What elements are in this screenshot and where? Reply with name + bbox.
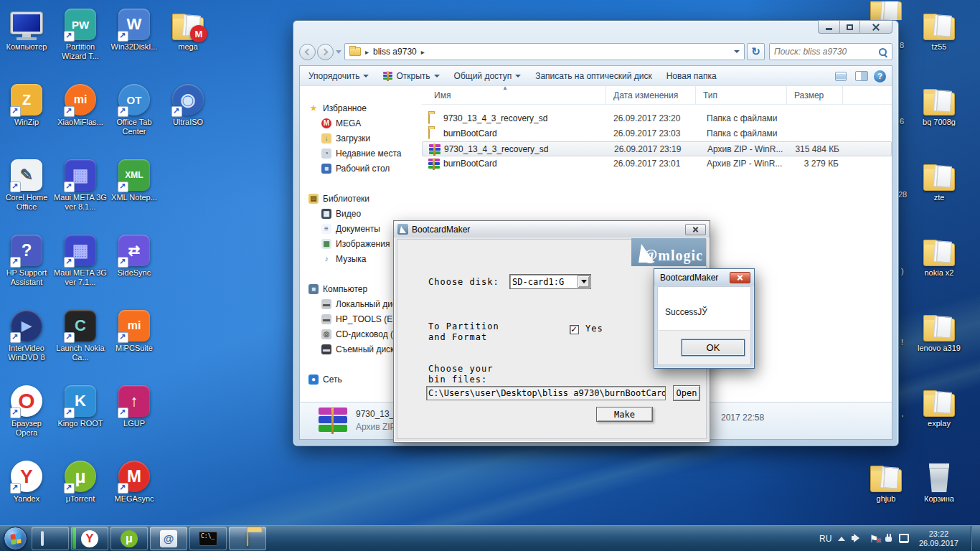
action-center-flag-icon[interactable]: ⚑× [869, 534, 878, 544]
chevron-down-icon[interactable] [578, 276, 590, 288]
pictures-icon: ▩ [321, 239, 331, 249]
preview-pane-button[interactable] [855, 71, 868, 81]
desktop-icon-computer[interactable]: Компьютер [0, 4, 53, 80]
sidebar-item-downloads[interactable]: ↓Загрузки [300, 131, 422, 146]
toolbar-share-button[interactable]: Общий доступ [454, 71, 522, 81]
desktop-icon-zte[interactable]: zte [913, 155, 966, 230]
partition-checkbox[interactable] [570, 325, 579, 334]
desktop-icon-lenovo-a319[interactable]: lenovo a319 [913, 306, 966, 381]
toolbar-burn-button[interactable]: Записать на оптический диск [535, 71, 652, 81]
taskbar-clock[interactable]: 23:22 26.09.2017 [919, 529, 958, 548]
toolbar-organize-button[interactable]: Упорядочить [308, 71, 369, 81]
shortcut-arrow-icon [64, 106, 75, 117]
desktop-icon-yandex[interactable]: YYandex [0, 456, 53, 532]
desktop-icon-winzip[interactable]: ZWinZip [0, 80, 53, 155]
desktop-icon-ultraiso[interactable]: ◉UltraISO [161, 80, 215, 155]
ok-button[interactable]: OK [682, 339, 745, 356]
column-header-3[interactable]: Размер [787, 86, 843, 105]
taskbar-bootcardmaker-button[interactable]: @ [150, 527, 187, 550]
messagebox-close-button[interactable] [730, 272, 750, 283]
desktop-icon-explay[interactable]: explay [913, 381, 966, 456]
desktop-icon-kingo-root[interactable]: KKingo ROOT [54, 381, 107, 456]
messagebox-titlebar[interactable]: BootcardMaker [654, 269, 754, 286]
dialog-titlebar[interactable]: BootcardMaker [394, 221, 710, 237]
power-plug-icon[interactable] [885, 534, 892, 543]
desktop-icon-recycle-bin[interactable]: Корзина [913, 456, 966, 532]
taskbar-explorer-button[interactable] [229, 527, 266, 550]
dialog-close-button[interactable] [685, 224, 706, 235]
desktop-icon-mipcsuite[interactable]: miMiPCSuite [108, 306, 161, 381]
desktop-icon-corel-home-office[interactable]: ✎Corel Home Office [0, 155, 53, 230]
column-header-1[interactable]: Дата изменения [606, 86, 696, 105]
file-row[interactable]: 9730_13_4_3_recovery_sd26.09.2017 23:20П… [422, 111, 892, 126]
sidebar-item-video[interactable]: ▦Видео [300, 206, 422, 221]
views-icon [835, 72, 847, 81]
views-button[interactable] [835, 72, 849, 81]
desktop-icon-lgup[interactable]: ↑LGUP [108, 381, 161, 456]
desktop-icon-sidesync[interactable]: ⇄SideSync [108, 230, 161, 306]
back-button[interactable] [299, 44, 316, 60]
network-icon[interactable] [899, 534, 910, 543]
desktop-icon-xiaomiflash[interactable]: miXiaoMiFlas... [54, 80, 107, 155]
make-button[interactable]: Make [596, 407, 653, 422]
toolbar-open-button[interactable]: Открыть [383, 71, 439, 81]
volume-icon[interactable] [852, 534, 862, 543]
toolbar-new-folder-button[interactable]: Новая папка [666, 71, 717, 81]
desktop-icon-bq-7008g[interactable]: bq 7008g [913, 80, 966, 155]
close-button[interactable] [859, 20, 892, 34]
desktop-icon-opera-browser[interactable]: OБраузер Opera [0, 381, 53, 456]
bin-path-input[interactable]: C:\Users\user\Desktop\bliss a9730\burnBo… [426, 386, 666, 400]
desktop-icon-partition-wizard[interactable]: PWPartition Wizard T... [54, 4, 107, 80]
desktop-icon-hp-support-assistant[interactable]: ?HP Support Assistant [0, 230, 53, 306]
breadcrumb-current-folder[interactable]: bliss a9730 [373, 47, 417, 57]
disk-combobox[interactable]: SD-card1:G [509, 274, 591, 289]
toolbar-burn-label: Записать на оптический диск [535, 71, 652, 81]
desktop-icon-ghjub[interactable]: ghjub [859, 456, 913, 504]
desktop-icon-mega-folder[interactable]: Mmega [161, 4, 215, 80]
help-button[interactable]: ? [874, 70, 886, 83]
maximize-button[interactable] [839, 20, 859, 34]
desktop-icon-office-tab-center[interactable]: OTOffice Tab Center [108, 80, 161, 155]
language-indicator[interactable]: RU [819, 534, 831, 544]
taskbar-yandex-button[interactable]: Y [71, 527, 108, 550]
minimize-button[interactable] [818, 20, 839, 34]
desktop-icon-label: WinZip [14, 118, 39, 127]
sidebar-item-mega[interactable]: MMEGA [300, 116, 422, 131]
desktop-icon-intervideo-windvd8[interactable]: ▶InterVideo WinDVD 8 [0, 306, 53, 381]
desktop-icon-maui-meta-71[interactable]: ▦Maui META 3G ver 7.1... [54, 230, 107, 306]
desktop-icon-launch-nokia[interactable]: CLaunch Nokia Ca... [54, 306, 107, 381]
desktop-icon-utorrent[interactable]: µμTorrent [54, 456, 107, 532]
taskbar-utorrent-button[interactable]: µ [110, 527, 148, 550]
file-row[interactable]: 9730_13_4_3_recovery_sd26.09.2017 23:19А… [422, 141, 892, 156]
file-type: Папка с файлами [707, 126, 786, 141]
taskbar-cmd-button[interactable]: C:\_ [189, 527, 227, 550]
refresh-button[interactable] [747, 43, 765, 60]
file-row[interactable]: burnBootCard26.09.2017 23:03Папка с файл… [422, 126, 892, 141]
desktop-icon-maui-meta-81[interactable]: ▦Maui META 3G ver 8.1... [54, 155, 107, 230]
show-desktop-button[interactable] [971, 526, 980, 551]
search-input[interactable]: Поиск: bliss a9730 [769, 43, 892, 60]
forward-button[interactable] [317, 44, 334, 60]
sidebar-item-desktop[interactable]: ■Рабочий стол [300, 161, 422, 176]
desktop-icon-nokia-x2[interactable]: nokia x2 [913, 230, 966, 306]
desktop-icon-xml-notepad[interactable]: XMLXML Notep... [108, 155, 161, 230]
sidebar-group-libraries[interactable]: ▤Библиотеки [300, 191, 422, 206]
taskbar-devices-button[interactable] [32, 527, 69, 550]
desktop-icon-megasync[interactable]: MMEGAsync [108, 456, 161, 532]
open-button[interactable]: Open [673, 385, 700, 401]
desktop-icon-win32diskimager[interactable]: WWin32DiskI... [108, 4, 161, 80]
nav-history-chevron-icon[interactable] [336, 50, 341, 54]
hidden-icons-chevron[interactable] [838, 537, 845, 541]
hidden-icon-label-fragment: ! [901, 338, 903, 347]
partially-hidden-folder-icon[interactable] [870, 1, 902, 20]
address-dropdown-icon[interactable] [734, 50, 740, 53]
sidebar-item-recent[interactable]: ◔Недавние места [300, 146, 422, 161]
start-button[interactable] [4, 527, 27, 550]
sidebar-group-favorites[interactable]: ★Избранное [300, 100, 422, 116]
column-header-0[interactable]: Имя [427, 86, 606, 105]
file-row[interactable]: burnBootCard26.09.2017 23:01Архив ZIP - … [422, 156, 892, 171]
breadcrumb[interactable]: ▸ bliss a9730 ▸ [344, 43, 745, 60]
desktop-icon-tz55[interactable]: tz55 [913, 4, 966, 80]
column-header-2[interactable]: Тип [696, 86, 787, 105]
details-date-modified: 2017 22:58 [721, 413, 764, 423]
